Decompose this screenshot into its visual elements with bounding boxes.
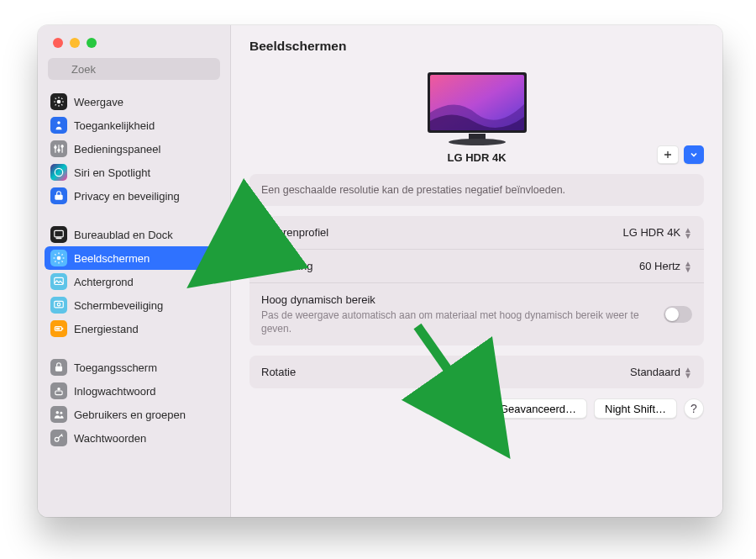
search-input[interactable] (48, 58, 220, 80)
rotation-panel: Rotatie Standaard ▲▼ (249, 356, 704, 388)
sidebar-item-label: Toegankelijkheid (74, 119, 155, 132)
sidebar-item-siri-en-spotlight[interactable]: Siri en Spotlight (45, 161, 223, 184)
main-area: Beeldschermen (231, 25, 722, 517)
sidebar-item-toegankelijkheid[interactable]: Toegankelijkheid (45, 113, 223, 137)
svg-rect-35 (56, 328, 60, 330)
sidebar-item-label: Schermbeveiliging (74, 299, 163, 312)
add-display-button[interactable] (657, 145, 679, 164)
sidebar-item-label: Wachtwoorden (74, 432, 146, 445)
key-icon (50, 430, 67, 446)
svg-point-2 (57, 100, 61, 104)
search-wrap (38, 58, 230, 87)
svg-point-16 (58, 150, 60, 151)
svg-rect-36 (55, 367, 62, 372)
sidebar-item-achtergrond[interactable]: Achtergrond (45, 270, 223, 293)
sidebar-item-bureaublad-en-dock[interactable]: Bureaublad en Dock (45, 223, 223, 246)
arrange-menu-button[interactable] (684, 145, 704, 164)
resolution-note: Een geschaalde resolutie kan de prestati… (249, 174, 704, 206)
svg-rect-38 (55, 391, 62, 395)
traffic-lights (38, 25, 230, 58)
footer: Geavanceerd… Night Shift… ? (231, 398, 722, 434)
sidebar-item-label: Toegangsscherm (74, 361, 157, 374)
sidebar-item-energiestand[interactable]: Energiestand (45, 317, 223, 340)
rotation-label: Rotatie (261, 366, 630, 378)
sidebar-item-weergave[interactable]: Weergave (45, 90, 223, 113)
updown-icon: ▲▼ (684, 261, 692, 272)
page-title: Beeldschermen (231, 25, 722, 67)
svg-line-28 (55, 261, 55, 262)
minimize-icon[interactable] (70, 38, 80, 48)
svg-point-41 (55, 437, 59, 441)
sun-icon (50, 93, 67, 110)
sidebar-list: WeergaveToegankelijkheidBedieningspaneel… (38, 87, 230, 517)
svg-point-37 (57, 388, 60, 391)
svg-line-7 (55, 98, 56, 99)
svg-point-40 (60, 412, 63, 414)
wallpaper-icon (50, 273, 67, 290)
dock-icon (50, 226, 67, 243)
chevron-down-icon (689, 150, 699, 160)
svg-rect-34 (62, 328, 63, 330)
sidebar-item-inlogwachtwoord[interactable]: Inlogwachtwoord (45, 379, 223, 403)
settings-window: WeergaveToegankelijkheidBedieningspaneel… (38, 25, 722, 517)
svg-rect-19 (55, 230, 64, 237)
display-preview: LG HDR 4K (249, 67, 704, 164)
sidebar: WeergaveToegankelijkheidBedieningspaneel… (38, 25, 231, 517)
sidebar-item-wachtwoorden[interactable]: Wachtwoorden (45, 426, 223, 450)
brightness-icon (50, 250, 67, 266)
advanced-button[interactable]: Geavanceerd… (489, 398, 587, 419)
sidebar-item-label: Bedieningspaneel (74, 143, 160, 156)
zoom-icon[interactable] (87, 38, 97, 48)
svg-point-21 (57, 256, 61, 261)
row-rotation[interactable]: Rotatie Standaard ▲▼ (249, 356, 704, 388)
updown-icon: ▲▼ (684, 227, 692, 239)
settings-panel: Kleurenprofiel LG HDR 4K ▲▼ Verversing 6… (249, 216, 704, 345)
svg-point-11 (57, 121, 60, 124)
sidebar-item-gebruikers-en-groepen[interactable]: Gebruikers en groepen (45, 403, 223, 426)
hdr-label: Hoog dynamisch bereik (261, 293, 664, 306)
monitor-icon (423, 71, 532, 146)
help-button[interactable]: ? (684, 398, 704, 419)
sidebar-item-label: Bureaublad en Dock (74, 229, 173, 241)
svg-rect-20 (56, 238, 62, 240)
sidebar-item-label: Beeldschermen (74, 252, 150, 265)
svg-point-39 (56, 411, 60, 414)
plus-icon (663, 150, 673, 160)
badge-icon (50, 382, 67, 399)
sidebar-item-label: Siri en Spotlight (74, 166, 150, 179)
color-profile-label: Kleurenprofiel (261, 226, 622, 239)
svg-rect-44 (469, 134, 486, 140)
svg-line-10 (61, 98, 62, 99)
sidebar-item-privacy-en-beveiliging[interactable]: Privacy en beveiliging (45, 184, 223, 208)
sidebar-item-label: Gebruikers en groepen (74, 409, 186, 421)
row-color-profile[interactable]: Kleurenprofiel LG HDR 4K ▲▼ (249, 216, 704, 250)
night-shift-button[interactable]: Night Shift… (594, 398, 677, 419)
row-hdr: Hoog dynamisch bereik Pas de weergave au… (249, 283, 704, 345)
svg-line-29 (62, 254, 63, 255)
sidebar-item-label: Inlogwachtwoord (74, 385, 156, 398)
hand-icon (50, 187, 67, 204)
color-profile-value[interactable]: LG HDR 4K ▲▼ (622, 226, 692, 239)
svg-line-9 (55, 104, 56, 105)
rotation-value[interactable]: Standaard ▲▼ (630, 366, 692, 378)
close-icon[interactable] (53, 38, 63, 48)
svg-point-32 (57, 303, 60, 306)
row-refresh-rate[interactable]: Verversing 60 Hertz ▲▼ (249, 250, 704, 283)
refresh-rate-value[interactable]: 60 Hertz ▲▼ (639, 260, 692, 272)
sliders-icon (50, 140, 67, 157)
sidebar-item-bedieningspaneel[interactable]: Bedieningspaneel (45, 137, 223, 161)
svg-point-18 (55, 168, 62, 176)
hdr-toggle[interactable] (664, 306, 692, 323)
sidebar-item-label: Energiestand (74, 323, 139, 335)
sidebar-item-schermbeveiliging[interactable]: Schermbeveiliging (45, 293, 223, 317)
svg-line-8 (61, 104, 62, 105)
sidebar-item-label: Weergave (74, 96, 123, 108)
hdr-sub: Pas de weergave automatisch aan om mater… (261, 309, 664, 335)
svg-line-26 (55, 254, 55, 255)
svg-point-45 (449, 139, 506, 145)
users-icon (50, 406, 67, 423)
sidebar-item-toegangsscherm[interactable]: Toegangsscherm (45, 356, 223, 379)
sidebar-item-beeldschermen[interactable]: Beeldschermen (45, 246, 223, 270)
person-icon (50, 117, 67, 134)
svg-point-15 (55, 146, 56, 148)
